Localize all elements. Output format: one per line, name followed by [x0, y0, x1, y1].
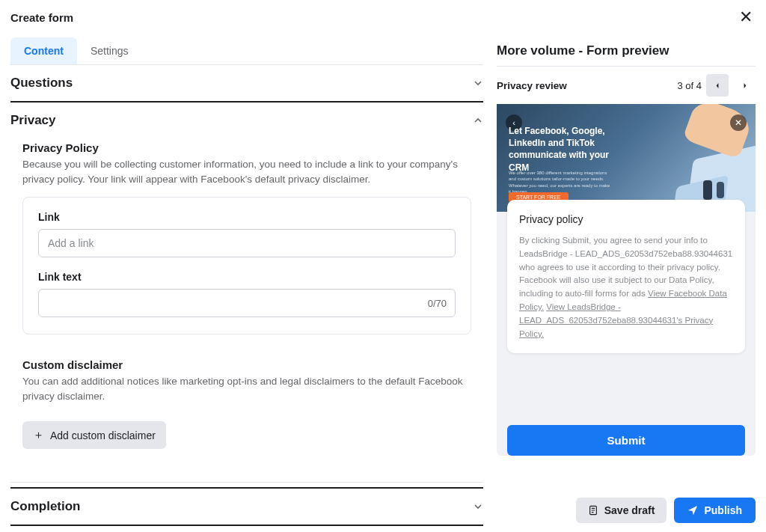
chevron-up-icon	[473, 115, 483, 126]
publish-button[interactable]: Publish	[674, 498, 756, 523]
custom-disclaimer-heading: Custom disclaimer	[22, 358, 471, 371]
chevron-down-icon	[473, 78, 483, 88]
close-icon[interactable]: ✕	[736, 4, 756, 30]
pager-prev-button[interactable]	[706, 74, 729, 97]
save-draft-button[interactable]: Save draft	[576, 498, 667, 523]
privacy-policy-desc: Because you will be collecting customer …	[22, 157, 471, 186]
device-preview: ‹ ✕ Let Facebook, Google, LinkedIn and T…	[497, 104, 756, 456]
add-custom-disclaimer-label: Add custom disclaimer	[50, 429, 156, 441]
accordion-questions[interactable]: Questions	[10, 65, 483, 103]
link-label: Link	[38, 211, 456, 223]
accordion-completion[interactable]: Completion	[10, 487, 483, 526]
preview-card-title: Privacy policy	[519, 213, 733, 225]
privacy-section: Privacy Policy Because you will be colle…	[10, 132, 483, 483]
pager-count: 3 of 4	[677, 80, 702, 91]
link-text-counter: 0/70	[428, 298, 447, 309]
preview-hero: ‹ ✕ Let Facebook, Google, LinkedIn and T…	[497, 104, 756, 212]
hero-headline: Let Facebook, Google, LinkedIn and TikTo…	[509, 125, 621, 174]
send-icon	[687, 505, 698, 516]
preview-partner-policy-link[interactable]: View LeadsBridge - LEAD_ADS_62053d752eba…	[519, 302, 713, 338]
save-draft-label: Save draft	[604, 504, 655, 516]
link-card: Link Link text 0/70	[22, 197, 471, 334]
add-custom-disclaimer-button[interactable]: ＋ Add custom disclaimer	[22, 421, 166, 449]
privacy-policy-heading: Privacy Policy	[22, 141, 471, 154]
accordion-privacy-label: Privacy	[10, 113, 56, 128]
link-text-input[interactable]	[38, 289, 456, 317]
pager: 3 of 4	[677, 74, 756, 97]
accordion-privacy[interactable]: Privacy	[10, 103, 483, 132]
tab-content[interactable]: Content	[10, 37, 77, 64]
custom-disclaimer-desc: You can add additional notices like mark…	[22, 374, 471, 403]
pager-next-button[interactable]	[733, 74, 756, 97]
link-text-label: Link text	[38, 271, 456, 283]
tab-settings[interactable]: Settings	[77, 37, 142, 64]
page-title: Create form	[10, 11, 73, 24]
form-preview-panel: More volume - Form preview Privacy revie…	[494, 31, 766, 526]
publish-label: Publish	[704, 504, 742, 516]
preview-step-label: Privacy review	[497, 80, 567, 91]
custom-disclaimer-section: Custom disclaimer You can add additional…	[22, 355, 471, 464]
chevron-down-icon	[473, 501, 483, 512]
hero-sub: We offer over 380 different marketing in…	[509, 170, 613, 195]
accordion-questions-label: Questions	[10, 76, 73, 91]
accordion-completion-label: Completion	[10, 499, 81, 514]
preview-close-button[interactable]: ✕	[730, 114, 747, 131]
plus-icon: ＋	[33, 428, 44, 442]
preview-title: More volume - Form preview	[497, 31, 756, 67]
footer-actions: Save draft Publish	[576, 498, 756, 523]
preview-submit-button[interactable]: Submit	[507, 425, 745, 456]
tabs: Content Settings	[10, 37, 483, 65]
form-editor: Content Settings Questions Privacy Priva…	[0, 31, 494, 526]
link-input[interactable]	[38, 229, 456, 257]
document-icon	[588, 505, 598, 516]
preview-privacy-card: Privacy policy By clicking Submit, you a…	[507, 200, 745, 353]
preview-card-body: By clicking Submit, you agree to send yo…	[519, 234, 733, 341]
